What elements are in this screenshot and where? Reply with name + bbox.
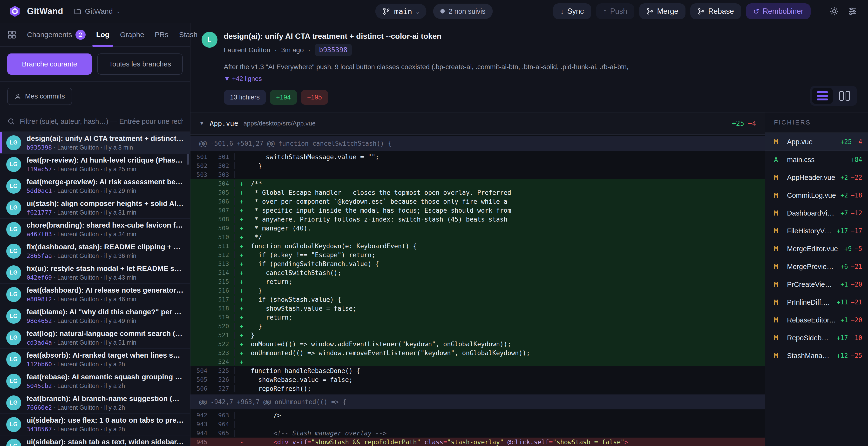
- file-row[interactable]: MStashManager.vue+12−25: [765, 347, 868, 365]
- commit-list-item[interactable]: LGui(sidebar): use flex: 1 0 auto on tab…: [0, 414, 190, 436]
- list-view-icon: [817, 91, 828, 100]
- file-row[interactable]: MFileHistoryViewer.v...+17−17: [765, 222, 868, 240]
- commit-list-item[interactable]: LGfix(ui): restyle stash modal + let REA…: [0, 262, 190, 284]
- tab-graphe[interactable]: Graphe: [120, 23, 144, 46]
- filter-current-branch[interactable]: Branche courante: [7, 54, 92, 75]
- commit-filter-input[interactable]: [20, 117, 183, 126]
- file-row[interactable]: MRebaseEditor.vue+1−20: [765, 311, 868, 329]
- file-status-badge: M: [774, 227, 783, 235]
- files-panel-title: FICHIERS: [765, 119, 868, 133]
- my-commits-filter[interactable]: Mes commits: [7, 88, 72, 105]
- file-row[interactable]: MPrInlineDiff.vue+11−21: [765, 293, 868, 311]
- merge-button[interactable]: Merge: [639, 3, 685, 19]
- commit-list-item[interactable]: LGchore(branding): shared hex-cube favic…: [0, 219, 190, 240]
- file-row[interactable]: MDashboardView.vue+7−12: [765, 204, 868, 222]
- file-row[interactable]: MMergeEditor.vue+9−5: [765, 240, 868, 258]
- avatar: LG: [6, 157, 21, 172]
- file-status-badge: M: [774, 263, 783, 271]
- file-row[interactable]: Amain.css+84: [765, 151, 868, 169]
- avatar: LG: [6, 244, 21, 259]
- file-counts: +11−21: [837, 299, 862, 306]
- file-row[interactable]: MCommitLog.vue+2−18: [765, 186, 868, 204]
- diff-file-path: apps/desktop/src/App.vue: [244, 120, 316, 127]
- commit-list-item[interactable]: LGfix(dashboard, stash): README clipping…: [0, 240, 190, 262]
- push-button[interactable]: ↑ Push: [596, 3, 634, 19]
- file-row[interactable]: MPrCreateView.vue+1−20: [765, 275, 868, 293]
- rebase-button[interactable]: Rebase: [690, 3, 741, 19]
- columns-view-icon: [839, 91, 850, 101]
- avatar: LG: [6, 417, 21, 432]
- avatar: LG: [6, 331, 21, 345]
- commit-list-item[interactable]: LGfeat(absorb): AI-ranked target when li…: [0, 349, 190, 370]
- branch-selector[interactable]: main ⌄: [375, 4, 426, 19]
- file-row[interactable]: MRepoSidebar.vue+17−10: [765, 329, 868, 347]
- tab-changements[interactable]: Changements2: [27, 23, 86, 46]
- file-deletions: −4: [748, 119, 756, 127]
- git-branch-icon: [382, 7, 390, 15]
- commit-list-item[interactable]: LGui(stash): align composer heights + so…: [0, 197, 190, 219]
- commit-item-title: feat(absorb): AI-ranked target when line…: [27, 351, 184, 359]
- sun-icon: [830, 6, 839, 16]
- chevron-down-icon: ⌄: [116, 8, 121, 14]
- commit-item-meta: 76660e2 · Laurent Guitton · il y a 2h: [27, 404, 184, 411]
- diff-line: 502502 }: [190, 161, 765, 170]
- file-name: App.vue: [787, 138, 836, 146]
- commit-hash-badge[interactable]: b935398: [315, 44, 352, 56]
- grid-icon[interactable]: [7, 30, 17, 39]
- diff-line: 501501 switchStashMessage.value = "";: [190, 152, 765, 161]
- rewind-button[interactable]: ↺ Rembobiner: [746, 3, 811, 19]
- commit-list-item[interactable]: LGfeat(log): natural-language commit sea…: [0, 327, 190, 349]
- commit-item-meta: f19ac57 · Laurent Guitton · il y a 25 mi…: [27, 166, 184, 173]
- file-row[interactable]: MMergePreviewPanel....+6−21: [765, 258, 868, 275]
- file-row[interactable]: MAppHeader.vue+2−22: [765, 169, 868, 186]
- settings-button[interactable]: [846, 5, 859, 18]
- untracked-badge[interactable]: 2 non suivis: [433, 4, 493, 19]
- file-name: main.css: [787, 156, 846, 164]
- commit-list-item[interactable]: LGdesign(ai): unify AI CTA treatment + d…: [0, 132, 190, 153]
- commit-list-item[interactable]: LGfeat(blame): AI "why did this change?"…: [0, 305, 190, 327]
- diff-line: 945- <div v-if="showStash && repoFolderP…: [190, 438, 765, 446]
- file-row[interactable]: MApp.vue+25−4: [765, 133, 868, 151]
- commit-item-title: feat(branch): AI branch-name suggestion …: [27, 394, 184, 403]
- file-status-badge: M: [774, 209, 783, 217]
- file-counts: +1−20: [840, 281, 862, 288]
- diff-file-header[interactable]: ▼ App.vue apps/desktop/src/App.vue +25 −…: [190, 112, 765, 135]
- commit-list-item[interactable]: LGfeat(rebase): AI semantic squash group…: [0, 370, 190, 392]
- expand-description-link[interactable]: ▼ +42 lignes: [224, 75, 262, 82]
- rewind-icon: ↺: [753, 7, 759, 16]
- diff-line: 523+onUnmounted(() => window.removeEvent…: [190, 348, 765, 357]
- app-window: GitWand GitWand ⌄ main ⌄ 2 non suivis: [0, 0, 868, 446]
- collapse-triangle-icon[interactable]: ▼: [199, 120, 205, 127]
- avatar: LG: [6, 352, 21, 367]
- commit-list-item[interactable]: LGui(sidebar): stash tab as text, widen …: [0, 436, 190, 446]
- split-view-button[interactable]: [834, 88, 855, 104]
- my-commits-row: Mes commits: [0, 82, 190, 111]
- file-counts: +12−25: [837, 352, 862, 359]
- file-status-badge: M: [774, 192, 783, 199]
- file-name: MergeEditor.vue: [787, 245, 840, 253]
- diff-line: 509+ * manager (40).: [190, 224, 765, 233]
- sync-button[interactable]: ↓ Sync: [553, 3, 591, 19]
- repo-selector[interactable]: GitWand ⌄: [74, 7, 121, 15]
- commit-list-item[interactable]: LGfeat(pr-review): AI hunk-level critiqu…: [0, 153, 190, 175]
- file-counts: +17−10: [837, 334, 862, 341]
- diff-line: 524+: [190, 357, 765, 366]
- commit-list-item[interactable]: LGfeat(branch): AI branch-name suggestio…: [0, 392, 190, 414]
- diff-line: 503503: [190, 170, 765, 179]
- filter-all-branches[interactable]: Toutes les branches: [97, 54, 183, 75]
- diff-line: 514+ cancelSwitchStash();: [190, 268, 765, 277]
- commit-list-item[interactable]: LGfeat(merge-preview): AI risk assessmen…: [0, 175, 190, 197]
- commit-item-meta: 5dd0ac1 · Laurent Guitton · il y a 29 mi…: [27, 187, 184, 194]
- unified-view-button[interactable]: [812, 88, 833, 104]
- diff-line: 944965 <!-- Stash manager overlay -->: [190, 428, 765, 438]
- file-status-badge: M: [774, 352, 783, 360]
- diff-line: 515+ return;: [190, 277, 765, 286]
- tab-log[interactable]: Log: [96, 23, 110, 46]
- diff-line: 519+ return;: [190, 313, 765, 322]
- theme-toggle-button[interactable]: [828, 5, 841, 18]
- tab-prs[interactable]: PRs: [155, 23, 168, 46]
- commit-list-item[interactable]: LGfeat(dashboard): AI release notes gene…: [0, 284, 190, 305]
- sidebar: Changements2LogGraphePRsStash Branche co…: [0, 23, 190, 446]
- arrow-down-icon: ↓: [560, 7, 564, 15]
- git-rebase-icon: [698, 8, 705, 15]
